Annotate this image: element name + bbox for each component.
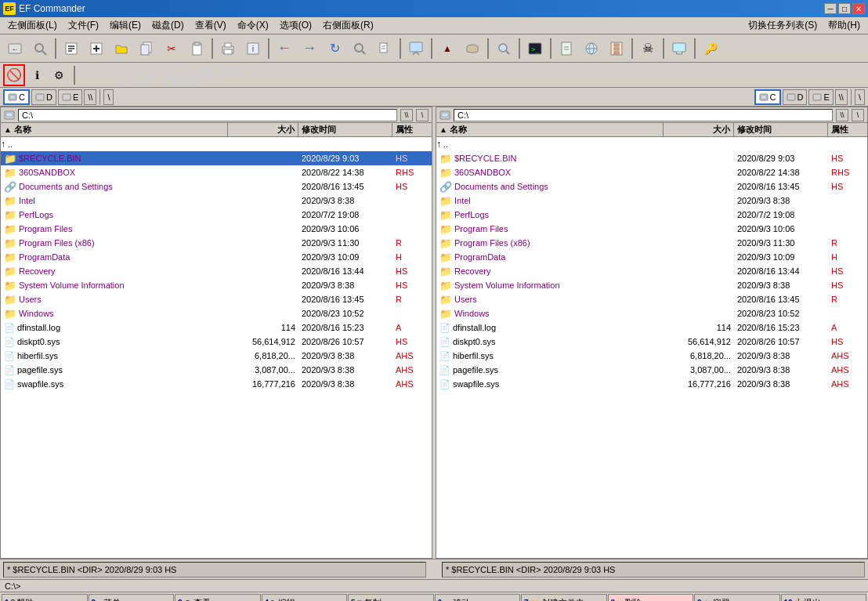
left-nav-back[interactable]: \ — [416, 109, 429, 121]
left-col-date[interactable]: 修改时间 — [298, 123, 392, 136]
menu-task-list[interactable]: 切换任务列表(S) — [743, 17, 822, 34]
table-row[interactable]: 📁 PerfLogs 2020/7/2 19:08 — [1, 208, 432, 222]
toolbar-file-btn[interactable] — [373, 38, 396, 60]
table-row[interactable]: 📁 360SANDBOX 2020/8/22 14:38 RHS — [436, 165, 867, 179]
table-row[interactable]: 🔗 Documents and Settings 2020/8/16 13:45… — [436, 179, 867, 194]
fkey-5[interactable]: 5 ⧉ 复制 — [348, 594, 434, 602]
table-row[interactable]: 📁 System Volume Information 2020/9/3 8:3… — [436, 278, 867, 292]
left-drive-c[interactable]: C — [3, 89, 30, 105]
right-panel-path[interactable]: C:\ — [454, 109, 833, 121]
close-button[interactable]: ✕ — [852, 3, 865, 14]
table-row[interactable]: 📁 $RECYCLE.BIN 2020/8/29 9:03 HS — [1, 151, 432, 165]
menu-left-panel[interactable]: 左侧面板(L) — [3, 17, 62, 34]
fkey-1[interactable]: 1 ? 帮助 — [2, 594, 88, 602]
table-row[interactable]: 📁 System Volume Information 2020/9/3 8:3… — [1, 278, 432, 292]
table-row[interactable]: 🔗 Documents and Settings 2020/8/16 13:45… — [1, 179, 432, 194]
left-col-attr[interactable]: 属性 — [392, 123, 432, 136]
right-col-date[interactable]: 修改时间 — [734, 123, 828, 136]
toolbar-search-btn[interactable] — [28, 38, 52, 60]
table-row[interactable]: 📁 Program Files (x86) 2020/9/3 11:30 R — [1, 236, 432, 250]
table-row[interactable]: 📄 hiberfil.sys 6,818,20... 2020/9/3 8:38… — [436, 349, 867, 363]
right-drive-c[interactable]: C — [754, 89, 781, 105]
right-drive-d[interactable]: D — [783, 89, 808, 105]
right-nav-up[interactable]: \\ — [836, 109, 848, 121]
table-row[interactable]: 📄 diskpt0.sys 56,614,912 2020/8/26 10:57… — [436, 335, 867, 349]
table-row[interactable]: 📄 hiberfil.sys 6,818,20... 2020/9/3 8:38… — [1, 349, 432, 363]
toolbar-next-btn[interactable]: → — [298, 38, 321, 60]
toolbar-prev-btn[interactable]: ← — [273, 38, 296, 60]
toolbar-zoom-btn[interactable] — [492, 38, 515, 60]
toolbar-paste-btn[interactable] — [185, 38, 208, 60]
left-parent-row[interactable]: ↑ .. — [1, 137, 432, 151]
table-row[interactable]: 📁 Users 2020/8/16 13:45 R — [436, 292, 867, 306]
menu-right-panel[interactable]: 右侧面板(R) — [318, 17, 378, 34]
table-row[interactable]: 📁 Windows 2020/8/23 10:52 — [1, 306, 432, 320]
toolbar-print-btn[interactable] — [216, 38, 240, 60]
table-row[interactable]: 📄 dfinstall.log 114 2020/8/16 15:23 A — [1, 320, 432, 335]
left-drive-e[interactable]: E — [58, 89, 82, 105]
fkey-10[interactable]: 10 ⏻ 退出 — [781, 594, 867, 602]
toolbar-extra-btn[interactable]: 🔑 — [699, 38, 722, 60]
fkey-6[interactable]: 6 → 移动 — [435, 594, 521, 602]
table-row[interactable]: 📄 diskpt0.sys 56,614,912 2020/8/26 10:57… — [1, 335, 432, 349]
toolbar2-stop-btn[interactable]: 🚫 — [3, 64, 25, 86]
menu-view[interactable]: 查看(V) — [190, 17, 231, 34]
table-row[interactable]: 📁 Program Files 2020/9/3 10:06 — [1, 222, 432, 236]
right-nav-back[interactable]: \ — [852, 109, 864, 121]
table-row[interactable]: 📄 pagefile.sys 3,087,00... 2020/9/3 8:38… — [436, 363, 867, 377]
left-drive-slash[interactable]: \ — [103, 89, 114, 105]
table-row[interactable]: 📁 PerfLogs 2020/7/2 19:08 — [436, 208, 867, 222]
table-row[interactable]: 📁 ProgramData 2020/9/3 10:09 H — [436, 250, 867, 264]
left-nav-up[interactable]: \\ — [400, 109, 413, 121]
fkey-2[interactable]: 2 ≡ 菜单 — [89, 594, 175, 602]
toolbar-monitor-btn[interactable] — [667, 38, 691, 60]
table-row[interactable]: 📁 Recovery 2020/8/16 13:44 HS — [436, 264, 867, 278]
fkey-7[interactable]: 7 📁 创建文件夹 — [521, 594, 607, 602]
table-row[interactable]: 📁 ProgramData 2020/9/3 10:09 H — [1, 250, 432, 264]
menu-options[interactable]: 选项(O) — [275, 17, 316, 34]
fkey-9[interactable]: 9 🗂 容器 — [694, 594, 780, 602]
toolbar2-settings-btn[interactable]: ⚙ — [49, 66, 69, 85]
toolbar-cut-btn[interactable]: ✂ — [160, 38, 183, 60]
toolbar-disk-btn[interactable] — [461, 38, 484, 60]
menu-command[interactable]: 命令(X) — [233, 17, 273, 34]
toolbar-properties-btn[interactable]: i — [241, 38, 265, 60]
menu-disk[interactable]: 磁盘(D) — [147, 17, 189, 34]
toolbar-skull-btn[interactable]: ☠ — [636, 38, 660, 60]
right-col-name[interactable]: ▲ 名称 — [436, 123, 664, 136]
left-drive-network[interactable]: \\ — [84, 89, 96, 105]
toolbar2-info-btn[interactable]: ℹ — [27, 66, 47, 85]
toolbar-edit-btn[interactable] — [60, 38, 83, 60]
menu-edit[interactable]: 编辑(E) — [105, 17, 146, 34]
left-panel-path[interactable]: C:\ — [18, 109, 397, 121]
table-row[interactable]: 📄 swapfile.sys 16,777,216 2020/9/3 8:38 … — [1, 377, 432, 391]
right-parent-row[interactable]: ↑ .. — [436, 137, 867, 151]
toolbar-copy-btn[interactable] — [135, 38, 158, 60]
fkey-8[interactable]: 8 ✕ 删除 — [608, 594, 694, 602]
right-col-size[interactable]: 大小 — [664, 123, 734, 136]
left-col-name[interactable]: ▲ 名称 — [1, 123, 228, 136]
table-row[interactable]: 📁 Program Files 2020/9/3 10:06 — [436, 222, 867, 236]
toolbar-ftp-btn[interactable] — [580, 38, 603, 60]
right-drive-e[interactable]: E — [808, 89, 833, 105]
toolbar-sync-btn[interactable] — [404, 38, 428, 60]
right-drive-network[interactable]: \\ — [835, 89, 848, 105]
toolbar-new-btn[interactable] — [85, 38, 108, 60]
table-row[interactable]: 📁 Recovery 2020/8/16 13:44 HS — [1, 264, 432, 278]
table-row[interactable]: 📁 360SANDBOX 2020/8/22 14:38 RHS — [1, 165, 432, 179]
table-row[interactable]: 📁 Program Files (x86) 2020/9/3 11:30 R — [436, 236, 867, 250]
fkey-3[interactable]: 3 👁 查看 — [175, 594, 261, 602]
left-col-size[interactable]: 大小 — [228, 123, 298, 136]
toolbar-bookmark-btn[interactable] — [555, 38, 578, 60]
left-drive-d[interactable]: D — [31, 89, 56, 105]
menu-file[interactable]: 文件(F) — [63, 17, 103, 34]
right-drive-slash[interactable]: \ — [855, 89, 865, 105]
toolbar-up-btn[interactable]: ▲ — [436, 38, 459, 60]
toolbar-refresh-btn[interactable]: ↻ — [323, 38, 346, 60]
table-row[interactable]: 📁 Intel 2020/9/3 8:38 — [436, 194, 867, 208]
table-row[interactable]: 📄 swapfile.sys 16,777,216 2020/9/3 8:38 … — [436, 377, 867, 391]
table-row[interactable]: 📄 dfinstall.log 114 2020/8/16 15:23 A — [436, 320, 867, 335]
toolbar-archive-btn[interactable] — [605, 38, 628, 60]
maximize-button[interactable]: □ — [838, 3, 851, 14]
toolbar-terminal-btn[interactable]: >_ — [523, 38, 547, 60]
